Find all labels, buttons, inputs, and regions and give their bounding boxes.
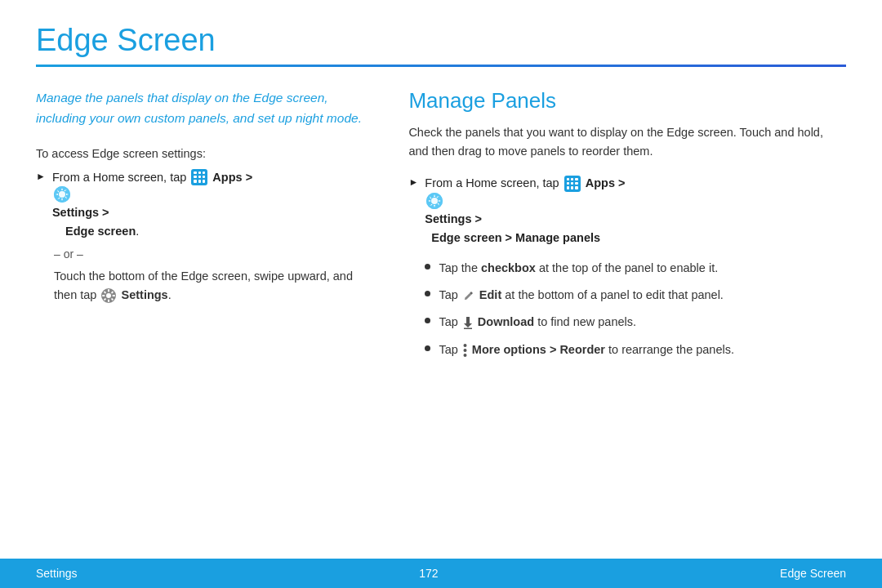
settings-label: Settings >: [52, 206, 109, 219]
checkbox-bold: checkbox: [481, 261, 536, 274]
right-column: Manage Panels Check the panels that you …: [400, 82, 846, 559]
more-icon-inline: [463, 344, 467, 357]
apps-label: Apps >: [212, 171, 252, 184]
section-description: Check the panels that you want to displa…: [408, 123, 846, 161]
list-item: Tap Edit at the bottom of a panel to edi…: [425, 286, 846, 305]
bullet-text-2: Tap Edit at the bottom of a panel to edi…: [439, 286, 724, 305]
svg-rect-4: [108, 289, 109, 292]
page-title: Edge Screen: [36, 23, 846, 58]
list-item: Tap More options > Reorder to rearrange …: [425, 341, 846, 359]
settings-icon: [54, 186, 70, 203]
svg-rect-5: [108, 299, 109, 302]
access-label: To access Edge screen settings:: [36, 147, 368, 160]
edge-screen-label: Edge screen: [65, 225, 136, 238]
right-edge-manage-label: Edge screen > Manage panels: [431, 231, 600, 244]
bullet-text-3: Tap Download to find new panels.: [439, 313, 636, 332]
bullet-dot: [425, 291, 430, 296]
more-options-bold: More options > Reorder: [472, 343, 605, 356]
bullet-list: Tap the checkbox at the top of the panel…: [425, 259, 846, 359]
right-arrow-icon: ►: [408, 175, 418, 190]
edit-icon-inline: [463, 290, 474, 301]
header: Edge Screen: [0, 0, 882, 82]
footer: Settings 172 Edge Screen: [0, 559, 882, 588]
right-apps-label: Apps >: [586, 176, 626, 189]
bullet-text-4: Tap More options > Reorder to rearrange …: [439, 341, 734, 359]
touch-text-1: Touch the bottom of the Edge screen, swi…: [54, 270, 353, 301]
apps-icon: [191, 169, 207, 185]
download-bold: Download: [478, 315, 534, 328]
intro-text: Manage the panels that display on the Ed…: [36, 88, 368, 129]
left-column: Manage the panels that display on the Ed…: [36, 82, 400, 559]
svg-point-15: [463, 344, 466, 347]
svg-point-17: [463, 354, 466, 357]
list-item: Tap the checkbox at the top of the panel…: [425, 259, 846, 278]
bullet-dot: [425, 264, 430, 270]
footer-left-label: Settings: [36, 567, 78, 580]
svg-rect-6: [102, 295, 105, 296]
settings-bold: Settings: [121, 288, 167, 301]
main-content: Manage the panels that display on the Ed…: [0, 82, 882, 559]
svg-point-1: [59, 191, 65, 198]
right-settings-label: Settings >: [425, 212, 482, 225]
bullet-text-1: Tap the checkbox at the top of the panel…: [439, 259, 718, 278]
touch-instruction: Touch the bottom of the Edge screen, swi…: [54, 267, 368, 305]
right-settings-icon: [426, 193, 443, 209]
gear-icon-inline: [101, 288, 116, 303]
download-icon-inline: [463, 316, 473, 329]
bullet-dot: [425, 345, 430, 351]
instruction-block-1: ► From a Home screen, tap Apps >: [36, 168, 368, 305]
svg-point-3: [106, 293, 111, 298]
title-divider: [36, 65, 846, 67]
bullet-dot: [425, 318, 430, 323]
footer-right-label: Edge Screen: [780, 567, 846, 580]
right-from-text: From a Home screen, tap Apps >: [425, 174, 625, 247]
instruction-text-1: From a Home screen, tap Apps >: [52, 168, 252, 242]
instruction-item-arrow: ► From a Home screen, tap Apps >: [36, 168, 368, 242]
section-title: Manage Panels: [408, 88, 846, 114]
page-container: Edge Screen Manage the panels that displ…: [0, 0, 882, 588]
svg-rect-14: [464, 328, 472, 330]
right-apps-icon: [564, 176, 581, 192]
arrow-icon: ►: [36, 169, 46, 185]
footer-page-number: 172: [419, 567, 438, 580]
svg-rect-7: [113, 295, 116, 296]
svg-point-16: [463, 349, 466, 352]
or-separator: – or –: [54, 247, 368, 261]
edit-bold: Edit: [479, 288, 501, 301]
right-from-instruction: ► From a Home screen, tap Apps >: [408, 174, 846, 247]
list-item: Tap Download to find new panels.: [425, 313, 846, 332]
from-text: From a Home screen, tap: [52, 171, 186, 184]
svg-point-13: [431, 198, 438, 204]
